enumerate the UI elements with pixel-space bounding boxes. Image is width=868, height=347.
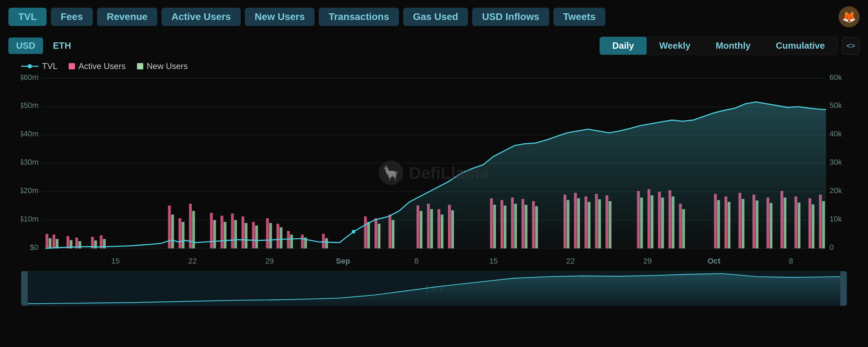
svg-text:$10m: $10m bbox=[21, 215, 39, 223]
svg-point-133 bbox=[352, 230, 355, 233]
svg-text:$20m: $20m bbox=[21, 186, 39, 195]
svg-text:10k: 10k bbox=[829, 215, 842, 223]
svg-text:60k: 60k bbox=[829, 75, 842, 82]
svg-text:22: 22 bbox=[188, 257, 197, 265]
svg-text:Oct: Oct bbox=[708, 257, 721, 265]
tab-new-users[interactable]: New Users bbox=[245, 8, 315, 26]
tab-usd-inflows[interactable]: USD Inflows bbox=[472, 8, 549, 26]
controls-bar: USD ETH Daily Weekly Monthly Cumulative … bbox=[0, 34, 868, 58]
svg-rect-35 bbox=[53, 234, 55, 248]
svg-text:$0: $0 bbox=[30, 243, 39, 251]
legend-tvl: TVL bbox=[21, 61, 57, 71]
svg-text:15: 15 bbox=[111, 257, 120, 265]
top-bar: TVL Fees Revenue Active Users New Users … bbox=[0, 0, 868, 34]
svg-rect-36 bbox=[56, 239, 58, 249]
svg-text:22: 22 bbox=[566, 257, 574, 265]
svg-text:20k: 20k bbox=[829, 186, 842, 195]
tab-active-users[interactable]: Active Users bbox=[161, 8, 241, 26]
svg-rect-37 bbox=[67, 236, 69, 248]
minimap-center-handle[interactable]: ⋮⋮⋮ bbox=[423, 284, 445, 293]
chart-area: $60m $50m $40m $30m $20m $10m $0 60k 50k… bbox=[0, 75, 868, 271]
minimap[interactable]: ⋮⋮⋮ bbox=[21, 271, 847, 306]
period-group: Daily Weekly Monthly Cumulative bbox=[599, 36, 838, 55]
tab-transactions[interactable]: Transactions bbox=[319, 8, 399, 26]
svg-text:29: 29 bbox=[643, 257, 652, 265]
svg-rect-34 bbox=[49, 238, 51, 249]
period-cumulative[interactable]: Cumulative bbox=[763, 37, 838, 55]
svg-rect-33 bbox=[46, 234, 48, 248]
avatar[interactable]: 🦊 bbox=[839, 6, 860, 27]
svg-text:$60m: $60m bbox=[21, 75, 39, 82]
svg-text:40k: 40k bbox=[829, 129, 842, 138]
tab-gas-used[interactable]: Gas Used bbox=[403, 8, 468, 26]
legend-active-users-label: Active Users bbox=[78, 61, 126, 71]
period-weekly[interactable]: Weekly bbox=[647, 37, 703, 55]
period-monthly[interactable]: Monthly bbox=[703, 37, 763, 55]
svg-text:8: 8 bbox=[789, 257, 793, 265]
legend-tvl-label: TVL bbox=[42, 61, 57, 71]
svg-text:50k: 50k bbox=[829, 101, 842, 110]
tab-tweets[interactable]: Tweets bbox=[553, 8, 606, 26]
currency-eth[interactable]: ETH bbox=[45, 38, 79, 54]
svg-text:8: 8 bbox=[414, 257, 419, 265]
minimap-handle-left[interactable] bbox=[21, 271, 28, 306]
tab-fees[interactable]: Fees bbox=[51, 8, 93, 26]
minimap-content: ⋮⋮⋮ bbox=[28, 271, 840, 306]
svg-text:0: 0 bbox=[829, 243, 834, 251]
legend-new-users-label: New Users bbox=[147, 61, 188, 71]
svg-text:Sep: Sep bbox=[336, 257, 350, 265]
legend-active-users: Active Users bbox=[69, 61, 126, 71]
period-daily[interactable]: Daily bbox=[600, 37, 647, 55]
tab-tvl[interactable]: TVL bbox=[8, 8, 47, 26]
minimap-handle-right[interactable] bbox=[840, 271, 847, 306]
svg-text:$40m: $40m bbox=[21, 129, 39, 138]
svg-text:$50m: $50m bbox=[21, 101, 39, 110]
currency-usd[interactable]: USD bbox=[8, 38, 43, 54]
svg-text:$30m: $30m bbox=[21, 158, 39, 166]
svg-text:15: 15 bbox=[489, 257, 498, 265]
svg-text:29: 29 bbox=[265, 257, 274, 265]
embed-button[interactable]: <> bbox=[842, 37, 860, 55]
currency-group: USD ETH bbox=[8, 38, 79, 54]
legend-new-users: New Users bbox=[137, 61, 188, 71]
legend: TVL Active Users New Users bbox=[0, 58, 868, 75]
svg-text:30k: 30k bbox=[829, 158, 842, 166]
tab-revenue[interactable]: Revenue bbox=[97, 8, 158, 26]
